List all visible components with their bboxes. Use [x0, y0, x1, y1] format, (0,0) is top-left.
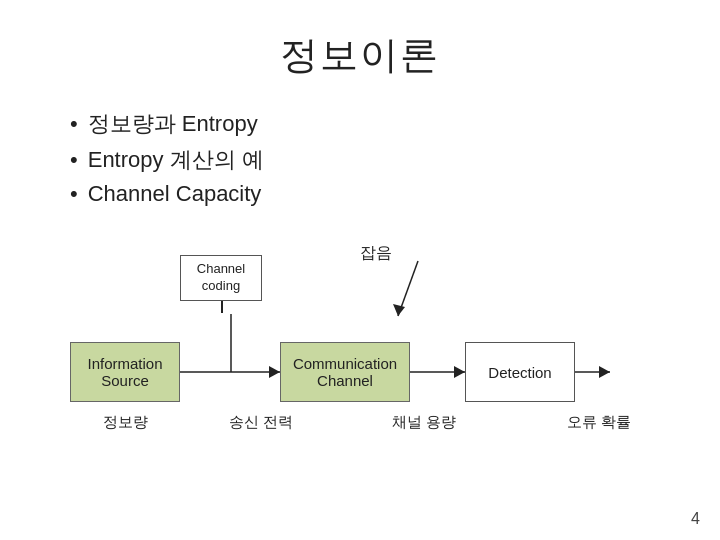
arrow-section-1 [180, 342, 280, 402]
comm-channel-label: CommunicationChannel [293, 355, 397, 389]
bullet-list: 정보량과 Entropy Entropy 계산의 예 Channel Capac… [50, 109, 670, 213]
detection-box: Detection [465, 342, 575, 402]
svg-marker-1 [393, 304, 405, 316]
comm-channel-sublabel: 채널 용량 [359, 413, 489, 432]
detection-sublabel: 오류 확률 [544, 413, 654, 432]
info-source-label: InformationSource [87, 355, 162, 389]
vert-connector [221, 301, 223, 313]
svg-marker-6 [454, 366, 465, 378]
svg-marker-8 [599, 366, 610, 378]
main-flow: InformationSource CommunicationChannel [70, 342, 610, 402]
diagram: 잡음 Channelcoding InformationSource [50, 243, 670, 520]
channel-coding-sublabel: 송신 전력 [220, 413, 302, 432]
bullet-item-1: 정보량과 Entropy [70, 109, 670, 139]
info-source-sublabel: 정보량 [70, 413, 180, 432]
bullet-item-3: Channel Capacity [70, 181, 670, 207]
bullet-item-2: Entropy 계산의 예 [70, 145, 670, 175]
channel-coding-label: Channelcoding [197, 261, 245, 295]
svg-marker-4 [269, 366, 280, 378]
info-source-box: InformationSource [70, 342, 180, 402]
flow-svg-1 [180, 342, 280, 402]
arrow-section-2 [410, 357, 465, 387]
flow-svg-3 [575, 357, 610, 387]
noise-arrow [388, 261, 438, 330]
flow-svg-2 [410, 357, 465, 387]
channel-coding-box: Channelcoding [180, 255, 262, 301]
slide-title: 정보이론 [50, 30, 670, 81]
arrow-after-detection [575, 357, 610, 387]
detection-label: Detection [488, 364, 551, 381]
channel-coding-box-wrapper: Channelcoding [180, 255, 262, 301]
slide: 정보이론 정보량과 Entropy Entropy 계산의 예 Channel … [0, 0, 720, 540]
comm-channel-box: CommunicationChannel [280, 342, 410, 402]
page-number: 4 [691, 510, 700, 528]
